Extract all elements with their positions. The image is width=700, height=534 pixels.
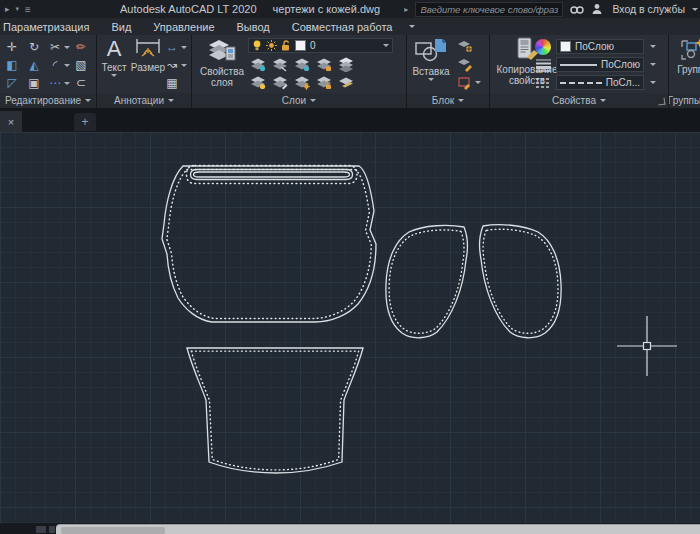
panel-layers: Свойства слоя 0 bbox=[192, 35, 407, 108]
signin-dropdown-icon[interactable] bbox=[692, 8, 698, 11]
layer-unlock-icon bbox=[281, 40, 291, 51]
tab-manage[interactable]: Управление bbox=[142, 18, 225, 35]
close-icon[interactable]: × bbox=[8, 116, 14, 128]
tab-parametrize[interactable]: Параметризация bbox=[0, 18, 100, 35]
copy-icon[interactable]: ◧ bbox=[3, 57, 21, 73]
new-tab-button[interactable]: + bbox=[74, 113, 96, 131]
panel-annotate-label[interactable]: Аннотации bbox=[97, 93, 191, 108]
panel-edit: ✛ ↻ ✂ ✏ ◧ ◭ ◜ ▧ ◸ ▣ ⋯ ⊂ Редактирование bbox=[0, 35, 97, 108]
file-tab-strip: × + bbox=[0, 108, 700, 132]
crosshair-cursor bbox=[617, 316, 677, 376]
table-icon[interactable]: ▦ bbox=[163, 75, 181, 91]
tab-view[interactable]: Вид bbox=[100, 18, 142, 35]
text-tool[interactable]: A Текст bbox=[99, 37, 129, 77]
array-flyout-icon[interactable] bbox=[64, 82, 70, 85]
lineweight-combo[interactable]: ПоСлою bbox=[556, 57, 644, 72]
leader-flyout-icon[interactable] bbox=[181, 64, 187, 67]
lineweight-combo-dropdown-icon[interactable] bbox=[646, 57, 659, 72]
object-color-combo[interactable]: ПоСлою bbox=[556, 39, 644, 54]
layer-properties-tool[interactable]: Свойства слоя bbox=[196, 37, 248, 88]
tab-collaborate[interactable]: Совместная работа bbox=[281, 18, 404, 35]
qat-dropdown-icon[interactable]: ▾ bbox=[16, 5, 20, 13]
layer-isolate-icon[interactable] bbox=[250, 57, 266, 72]
title-bar: ▸ ▾ ≡ Autodesk AutoCAD LT 2020 чертежи с… bbox=[0, 0, 700, 18]
group-icon bbox=[680, 37, 700, 63]
ribbon-options-icon[interactable] bbox=[409, 25, 415, 28]
text-icon: A bbox=[107, 37, 122, 61]
panel-properties-label[interactable]: Свойства bbox=[490, 93, 668, 108]
command-line-input[interactable] bbox=[61, 527, 165, 534]
fillet-flyout-icon[interactable] bbox=[64, 64, 70, 67]
drawing-geometry bbox=[0, 132, 700, 534]
layer-on-bulb-icon bbox=[252, 40, 262, 51]
layer-combo-dropdown-icon[interactable] bbox=[383, 44, 389, 47]
status-bar bbox=[0, 523, 700, 534]
signin-label[interactable]: Вход в службы bbox=[612, 3, 685, 15]
mirror-icon[interactable]: ◭ bbox=[25, 57, 43, 73]
command-line-bar[interactable] bbox=[56, 524, 700, 534]
dimension-tool[interactable]: Размер bbox=[131, 37, 165, 73]
panel-block-label[interactable]: Блок bbox=[407, 93, 489, 108]
attributes-flyout-icon[interactable] bbox=[475, 81, 481, 84]
layer-select-combo[interactable]: 0 bbox=[248, 38, 393, 53]
help-search-input[interactable] bbox=[415, 2, 563, 17]
fillet-icon[interactable]: ◜ bbox=[46, 57, 64, 73]
panel-layers-label[interactable]: Слои bbox=[192, 93, 406, 108]
array-icon[interactable]: ⋯ bbox=[46, 75, 64, 91]
linear-dimension-icon[interactable]: ↔ bbox=[163, 39, 181, 55]
erase-icon[interactable]: ✏ bbox=[72, 39, 90, 55]
search-binoculars-icon[interactable] bbox=[570, 3, 584, 15]
layer-merge-icon[interactable] bbox=[338, 75, 354, 90]
layer-match-icon[interactable] bbox=[272, 75, 288, 90]
linetype-icon bbox=[535, 76, 552, 90]
group-tool[interactable]: Группа bbox=[673, 37, 700, 75]
pattern-gusset-left bbox=[386, 225, 467, 337]
layer-on-tool-icon[interactable] bbox=[250, 75, 266, 90]
qat-customize-icon[interactable]: ≡ bbox=[25, 4, 31, 15]
layer-freeze-icon[interactable] bbox=[294, 57, 310, 72]
insert-block-tool[interactable]: Вставка bbox=[409, 37, 453, 81]
trim-flyout-icon[interactable] bbox=[64, 46, 70, 49]
layer-lock-icon[interactable] bbox=[316, 57, 332, 72]
layer-thaw-sun-icon bbox=[266, 40, 277, 51]
qat-play-icon[interactable]: ▸ bbox=[5, 4, 10, 14]
dimension-flyout-icon[interactable] bbox=[181, 46, 187, 49]
layer-unisolate-icon[interactable] bbox=[272, 57, 288, 72]
color-combo-dropdown-icon[interactable] bbox=[646, 39, 659, 54]
trim-icon[interactable]: ✂ bbox=[46, 39, 64, 55]
color-wheel-icon bbox=[535, 39, 551, 55]
rotate-icon[interactable]: ↻ bbox=[25, 39, 43, 55]
stretch-icon[interactable]: ◸ bbox=[3, 75, 21, 91]
signin-user-icon[interactable] bbox=[591, 3, 605, 15]
explode-icon[interactable]: ▧ bbox=[72, 57, 90, 73]
panel-groups-label[interactable]: Группы bbox=[669, 93, 700, 108]
layer-unlock-tool-icon[interactable] bbox=[316, 75, 332, 90]
linetype-combo[interactable]: ПоСл... bbox=[556, 75, 644, 90]
panel-groups: Группа Группы bbox=[669, 35, 700, 108]
panel-edit-label[interactable]: Редактирование bbox=[0, 93, 96, 108]
ribbon: ✛ ↻ ✂ ✏ ◧ ◭ ◜ ▧ ◸ ▣ ⋯ ⊂ Редактирование A… bbox=[0, 35, 700, 108]
layer-thaw-tool-icon[interactable] bbox=[294, 75, 310, 90]
autocad-window: ▸ ▾ ≡ Autodesk AutoCAD LT 2020 чертежи с… bbox=[0, 0, 700, 534]
move-icon[interactable]: ✛ bbox=[3, 39, 21, 55]
current-layer-name: 0 bbox=[310, 40, 316, 51]
statusbar-icon-hint bbox=[36, 526, 46, 533]
file-tab-close[interactable]: × bbox=[0, 111, 22, 132]
leader-icon[interactable]: ↝ bbox=[163, 57, 181, 73]
edit-attribute-icon[interactable] bbox=[457, 57, 473, 72]
plus-icon: + bbox=[81, 115, 88, 129]
define-attribute-icon[interactable] bbox=[457, 39, 473, 54]
search-expand-icon[interactable]: ▸ bbox=[404, 5, 408, 14]
layers-stack-icon[interactable] bbox=[338, 57, 354, 72]
scale-icon[interactable]: ▣ bbox=[25, 75, 43, 91]
manage-attributes-icon[interactable] bbox=[457, 75, 473, 90]
layer-properties-icon bbox=[207, 37, 237, 65]
pattern-bag-body bbox=[162, 166, 376, 323]
properties-dialog-launcher-icon[interactable] bbox=[658, 98, 666, 106]
linetype-combo-dropdown-icon[interactable] bbox=[646, 75, 659, 90]
layer-color-swatch bbox=[295, 40, 306, 51]
offset-icon[interactable]: ⊂ bbox=[72, 75, 90, 91]
tab-output[interactable]: Вывод bbox=[226, 18, 281, 35]
model-space-canvas[interactable] bbox=[0, 132, 700, 534]
insert-block-icon bbox=[415, 37, 447, 65]
